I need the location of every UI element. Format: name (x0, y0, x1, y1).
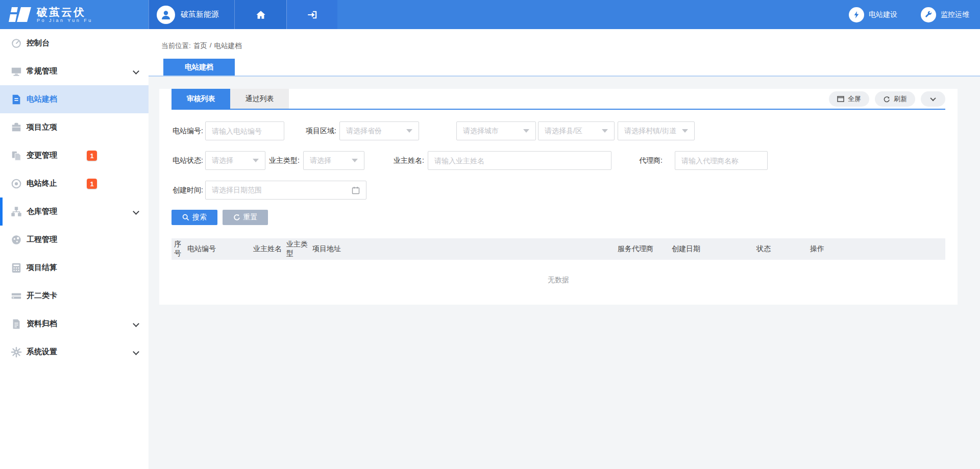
town-select[interactable]: 请选择村镇/街道 (618, 121, 695, 140)
sidebar-item-general-mgmt[interactable]: 常规管理 (0, 57, 149, 85)
sidebar-item-warehouse-mgmt[interactable]: 仓库管理 (0, 198, 149, 226)
filter-row-1: 电站编号: 项目区域: 请选择省份 请选择城市 请选择县/区 请选择村镇/街道 (172, 121, 945, 140)
main-area: 当前位置: 首页 / 电站建档 电站建档 审核列表 通过列表 全屏 (149, 29, 980, 469)
sidebar-item-station-archive[interactable]: 电站建档 (0, 85, 149, 113)
login-arrow-icon (307, 9, 318, 20)
col-project-address: 项目地址 (312, 238, 618, 260)
breadcrumb-separator: / (210, 41, 212, 51)
owner-name-input[interactable] (428, 151, 611, 170)
select-arrow-icon (682, 129, 688, 133)
company-name: 破茧新能源 (181, 10, 219, 19)
breadcrumb-home[interactable]: 首页 (193, 41, 207, 51)
chevron-down-icon (133, 208, 139, 215)
select-arrow-icon (523, 129, 529, 133)
breadcrumb-current: 电站建档 (214, 41, 242, 51)
sidebar-item-station-termination[interactable]: 电站终止 1 (0, 169, 149, 198)
archive-icon (11, 318, 22, 330)
area-label: 项目区域: (305, 127, 336, 136)
calculator-icon (11, 262, 22, 274)
nav-monitor-ops-label: 监控运维 (941, 10, 969, 19)
panel-tabs-row: 审核列表 通过列表 全屏 刷新 (172, 89, 945, 110)
app-logo: 破茧云伏 Po Jian Yun Fu (0, 0, 149, 29)
document-icon (11, 94, 22, 105)
col-create-date: 创建日期 (672, 238, 756, 260)
wrench-icon (924, 11, 933, 19)
select-arrow-icon (602, 129, 608, 133)
col-status: 状态 (756, 238, 810, 260)
header-spacer (337, 0, 849, 29)
station-status-select[interactable]: 请选择 (205, 151, 265, 170)
logo-title: 破茧云伏 (37, 6, 93, 18)
owner-type-select[interactable]: 请选择 (303, 151, 364, 170)
col-owner-name: 业主姓名 (253, 238, 286, 260)
create-time-label: 创建时间: (172, 186, 203, 195)
avatar (157, 6, 175, 24)
sidebar-item-console[interactable]: 控制台 (0, 29, 149, 57)
badge-count: 1 (87, 179, 97, 189)
logout-button[interactable] (286, 0, 337, 29)
col-owner-type: 业主类型 (286, 238, 312, 260)
col-station-no: 电站编号 (187, 238, 253, 260)
nav-station-build[interactable]: 电站建设 (849, 7, 897, 22)
page-tab-station-archive[interactable]: 电站建档 (163, 59, 235, 76)
station-no-label: 电站编号: (172, 127, 203, 136)
station-status-label: 电站状态: (172, 156, 203, 165)
fullscreen-button[interactable]: 全屏 (829, 91, 869, 107)
nav-station-build-label: 电站建设 (869, 10, 897, 19)
province-select[interactable]: 请选择省份 (339, 121, 419, 140)
select-arrow-icon (352, 159, 358, 162)
breadcrumb-bar: 当前位置: 首页 / 电站建档 电站建档 (149, 29, 980, 77)
reset-button[interactable]: 重置 (223, 210, 268, 225)
top-header: 破茧云伏 Po Jian Yun Fu 破茧新能源 (0, 0, 980, 29)
badge-count: 1 (87, 151, 97, 161)
lightning-icon (852, 11, 861, 19)
gauge-icon (11, 234, 22, 245)
col-actions: 操作 (810, 238, 945, 260)
reset-icon (233, 214, 240, 221)
station-archive-panel: 审核列表 通过列表 全屏 刷新 (159, 89, 958, 305)
record-circle-icon (11, 178, 22, 189)
sidebar-item-system-settings[interactable]: 系统设置 (0, 338, 149, 366)
owner-type-label: 业主类型: (268, 156, 300, 165)
dashboard-icon (11, 38, 22, 49)
filter-actions: 搜索 重置 (172, 210, 945, 225)
nav-monitor-ops[interactable]: 监控运维 (921, 7, 969, 22)
filter-row-3: 创建时间: 请选择日期范围 (172, 181, 945, 200)
chevron-down-icon (133, 349, 139, 355)
panel-toolbar: 全屏 刷新 (829, 91, 945, 107)
collapse-button[interactable] (921, 91, 945, 107)
fullscreen-icon (837, 96, 844, 102)
sidebar-item-project-initiation[interactable]: 项目立项 (0, 113, 149, 141)
results-table: 序号 电站编号 业主姓名 业主类型 项目地址 服务代理商 创建日期 状态 操作 … (172, 238, 945, 301)
home-icon (255, 9, 266, 20)
sidebar-item-engineering-mgmt[interactable]: 工程管理 (0, 226, 149, 254)
station-no-input[interactable] (205, 121, 284, 140)
chevron-down-icon (133, 68, 139, 75)
sidebar-item-open-class2-card[interactable]: 开二类卡 (0, 282, 149, 310)
sidebar: 控制台 常规管理 电站建档 项目立项 (0, 29, 149, 469)
empty-state: 无数据 (172, 260, 945, 301)
agent-input[interactable] (675, 151, 768, 170)
tab-review-list[interactable]: 审核列表 (172, 89, 230, 109)
date-range-picker[interactable]: 请选择日期范围 (205, 181, 366, 200)
tab-passed-list[interactable]: 通过列表 (230, 89, 289, 109)
sidebar-item-project-settlement[interactable]: 项目结算 (0, 254, 149, 282)
breadcrumb: 当前位置: 首页 / 电站建档 (161, 41, 242, 51)
filter-row-2: 电站状态: 请选择 业主类型: 请选择 业主姓名: 代理商: (172, 151, 945, 170)
logo-subtitle: Po Jian Yun Fu (37, 18, 93, 23)
refresh-button[interactable]: 刷新 (875, 91, 915, 107)
agent-label: 代理商: (636, 156, 663, 165)
user-menu[interactable]: 破茧新能源 (149, 0, 234, 29)
search-button[interactable]: 搜索 (172, 210, 217, 225)
breadcrumb-prefix: 当前位置: (161, 41, 191, 51)
briefcase-icon (11, 122, 22, 133)
city-select[interactable]: 请选择城市 (456, 121, 536, 140)
home-button[interactable] (234, 0, 286, 29)
county-select[interactable]: 请选择县/区 (538, 121, 615, 140)
sitemap-icon (11, 206, 22, 217)
sidebar-item-data-archive[interactable]: 资料归档 (0, 310, 149, 338)
chevron-down-icon (930, 95, 936, 101)
table-header-row: 序号 电站编号 业主姓名 业主类型 项目地址 服务代理商 创建日期 状态 操作 (172, 238, 945, 260)
owner-name-label: 业主姓名: (393, 156, 424, 165)
sidebar-item-change-mgmt[interactable]: 变更管理 1 (0, 141, 149, 169)
